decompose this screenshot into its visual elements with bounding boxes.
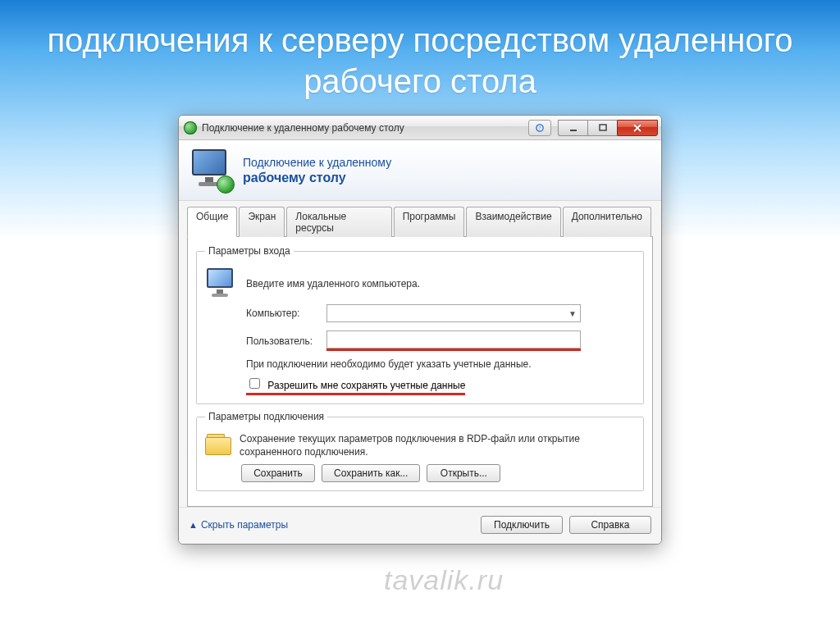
- banner-line1: Подключение к удаленному: [243, 156, 391, 169]
- chevron-down-icon: ▼: [568, 309, 577, 318]
- svg-rect-2: [570, 130, 577, 131]
- save-credentials-checkbox[interactable]: [249, 378, 260, 389]
- tab-experience[interactable]: Взаимодействие: [466, 207, 560, 237]
- hide-options-link[interactable]: ▲ Скрыть параметры: [189, 519, 288, 531]
- login-note: При подключении необходимо будет указать…: [246, 358, 635, 371]
- app-icon: [184, 121, 197, 134]
- login-group: Параметры входа Введите имя удаленного к…: [196, 245, 644, 404]
- hide-options-label: Скрыть параметры: [201, 519, 288, 531]
- save-as-button[interactable]: Сохранить как...: [322, 464, 420, 482]
- close-button[interactable]: [617, 120, 658, 136]
- user-field[interactable]: [326, 330, 581, 349]
- tabs: Общие Экран Локальные ресурсы Программы …: [187, 207, 653, 237]
- open-button[interactable]: Открыть...: [427, 464, 500, 482]
- save-credentials-label: Разрешить мне сохранять учетные данные: [267, 380, 465, 391]
- help-button[interactable]: Справка: [569, 516, 651, 534]
- help-icon-button[interactable]: ?: [528, 120, 551, 136]
- svg-text:?: ?: [539, 125, 541, 130]
- tab-display[interactable]: Экран: [239, 207, 285, 237]
- computer-label: Компьютер:: [246, 308, 320, 319]
- connection-group: Параметры подключения Сохранение текущих…: [196, 411, 644, 490]
- footer: ▲ Скрыть параметры Подключить Справка: [179, 507, 661, 544]
- computer-combobox[interactable]: ▼: [326, 304, 581, 322]
- login-legend: Параметры входа: [205, 245, 294, 257]
- tab-general[interactable]: Общие: [187, 207, 237, 237]
- user-label: Пользователь:: [246, 335, 320, 347]
- watermark: tavalik.ru: [384, 564, 504, 596]
- window-title: Подключение к удаленному рабочему столу: [202, 122, 528, 134]
- slide-title: подключения к серверу посредством удален…: [0, 0, 840, 110]
- maximize-button[interactable]: [587, 120, 617, 136]
- svg-rect-3: [600, 125, 606, 130]
- rdp-window: Подключение к удаленному рабочему столу …: [178, 115, 662, 545]
- titlebar[interactable]: Подключение к удаленному рабочему столу …: [179, 116, 661, 140]
- tab-panel-general: Параметры входа Введите имя удаленного к…: [187, 236, 653, 507]
- computer-icon: [205, 267, 240, 301]
- folder-icon: [205, 434, 233, 457]
- tab-advanced[interactable]: Дополнительно: [563, 207, 651, 237]
- banner-line2: рабочему столу: [243, 171, 391, 185]
- tab-local-resources[interactable]: Локальные ресурсы: [286, 207, 391, 237]
- connect-button[interactable]: Подключить: [481, 516, 563, 534]
- login-prompt: Введите имя удаленного компьютера.: [246, 278, 420, 289]
- remote-desktop-icon: [189, 148, 235, 194]
- banner: Подключение к удаленному рабочему столу: [179, 140, 661, 201]
- caret-up-icon: ▲: [189, 520, 198, 530]
- connection-desc: Сохранение текущих параметров подключени…: [240, 432, 635, 458]
- tab-programs[interactable]: Программы: [394, 207, 465, 237]
- save-button[interactable]: Сохранить: [241, 464, 315, 482]
- minimize-button[interactable]: [558, 120, 587, 136]
- connection-legend: Параметры подключения: [205, 411, 327, 422]
